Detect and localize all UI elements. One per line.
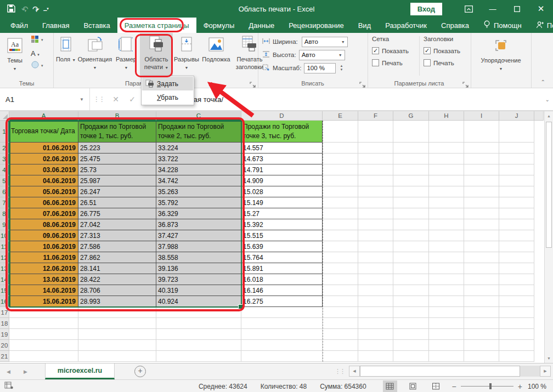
empty-cell[interactable] (393, 285, 429, 296)
table-header-cell[interactable]: Торговая точка/ Дата (9, 121, 78, 143)
empty-cell[interactable] (464, 197, 499, 208)
ribbon-display-options-icon[interactable] (456, 0, 481, 18)
empty-cell[interactable] (393, 121, 429, 143)
customize-qat-icon[interactable]: ▁▾ (43, 7, 49, 11)
status-average[interactable]: Среднее: 43624 (199, 383, 247, 390)
tab-insert[interactable]: Вставка (76, 18, 117, 33)
sign-in-button[interactable]: Вход (410, 3, 442, 15)
empty-cell[interactable] (323, 175, 358, 186)
empty-cell[interactable] (393, 186, 429, 197)
theme-fonts-button[interactable]: А ▾ (31, 49, 44, 58)
gridlines-show-checkbox[interactable]: ✓Показать (372, 47, 409, 54)
empty-cell[interactable] (464, 208, 499, 219)
empty-cell[interactable] (429, 230, 464, 241)
empty-cell[interactable] (429, 329, 464, 340)
date-cell[interactable]: 05.06.2019 (9, 186, 78, 197)
empty-cell[interactable] (499, 186, 534, 197)
empty-cell[interactable] (156, 329, 241, 340)
empty-cell[interactable] (156, 307, 241, 318)
empty-cell[interactable] (323, 318, 358, 329)
width-combobox[interactable]: Авто▼ (302, 37, 348, 47)
empty-cell[interactable] (358, 121, 393, 143)
maximize-button[interactable] (505, 0, 529, 18)
page-setup-dialog-launcher-icon[interactable] (250, 80, 256, 86)
selection-fill-handle[interactable] (238, 304, 243, 309)
empty-cell[interactable] (323, 252, 358, 263)
value-cell[interactable]: 15.27 (241, 208, 323, 219)
value-cell[interactable]: 38.558 (156, 252, 241, 263)
table-header-cell[interactable]: Продажи по Торговой точке 2, тыс. руб. (156, 121, 241, 143)
value-cell[interactable]: 26.247 (78, 186, 156, 197)
empty-cell[interactable] (358, 164, 393, 175)
splitter-grip[interactable]: ⋮⋮ (335, 368, 345, 375)
empty-cell[interactable] (241, 329, 323, 340)
row-header-8[interactable]: 8 (0, 208, 9, 219)
collapse-ribbon-icon[interactable]: ⌃ (541, 79, 545, 85)
scroll-up-icon[interactable]: ▲ (545, 111, 553, 121)
date-cell[interactable]: 10.06.2019 (9, 241, 78, 252)
row-header-18[interactable]: 18 (0, 318, 9, 329)
empty-cell[interactable] (393, 307, 429, 318)
empty-cell[interactable] (393, 318, 429, 329)
empty-cell[interactable] (323, 208, 358, 219)
empty-cell[interactable] (393, 143, 429, 154)
horizontal-scroll-thumb[interactable] (360, 366, 520, 377)
value-cell[interactable]: 34.228 (156, 164, 241, 175)
empty-cell[interactable] (358, 274, 393, 285)
date-cell[interactable]: 14.06.2019 (9, 285, 78, 296)
name-box-caret-icon[interactable]: ▼ (80, 97, 89, 102)
scroll-right-icon[interactable]: ▶ (540, 366, 551, 377)
undo-icon[interactable]: ↶▾ (21, 5, 26, 13)
empty-cell[interactable] (429, 318, 464, 329)
sheet-nav-next-icon[interactable]: ▶ (17, 363, 34, 379)
table-header-cell[interactable]: Продажи по Торговой точке 1, тыс. руб. (78, 121, 156, 143)
empty-cell[interactable] (499, 219, 534, 230)
empty-cell[interactable] (358, 285, 393, 296)
row-header-12[interactable]: 12 (0, 252, 9, 263)
value-cell[interactable]: 16.146 (241, 285, 323, 296)
value-cell[interactable]: 15.891 (241, 263, 323, 274)
empty-cell[interactable] (464, 175, 499, 186)
empty-cell[interactable] (464, 351, 499, 362)
scale-to-fit-dialog-launcher-icon[interactable] (359, 80, 365, 86)
value-cell[interactable]: 14.791 (241, 164, 323, 175)
empty-cell[interactable] (464, 143, 499, 154)
page-layout-view-button[interactable] (406, 380, 420, 392)
value-cell[interactable]: 15.639 (241, 241, 323, 252)
empty-cell[interactable] (393, 208, 429, 219)
empty-cell[interactable] (464, 121, 499, 143)
name-box[interactable]: A1 ▼ (0, 88, 90, 110)
row-header-2[interactable]: 2 (0, 143, 9, 154)
empty-cell[interactable] (429, 219, 464, 230)
tab-assistant[interactable]: Помощн (476, 18, 529, 33)
zoom-slider-thumb[interactable] (489, 383, 492, 389)
empty-cell[interactable] (393, 219, 429, 230)
menu-item-set[interactable]: Задать (142, 77, 193, 90)
empty-cell[interactable] (9, 340, 78, 351)
empty-cell[interactable] (429, 154, 464, 164)
empty-cell[interactable] (358, 307, 393, 318)
empty-cell[interactable] (429, 263, 464, 274)
theme-effects-button[interactable]: ▾ (31, 61, 44, 71)
empty-cell[interactable] (323, 164, 358, 175)
empty-cell[interactable] (393, 197, 429, 208)
empty-cell[interactable] (464, 230, 499, 241)
column-header-E[interactable]: E (323, 111, 358, 121)
headings-show-checkbox[interactable]: ✓Показать (424, 47, 460, 54)
empty-cell[interactable] (429, 164, 464, 175)
empty-cell[interactable] (323, 197, 358, 208)
scale-spinner[interactable]: 100 % (304, 63, 336, 73)
date-cell[interactable]: 04.06.2019 (9, 175, 78, 186)
empty-cell[interactable] (499, 274, 534, 285)
sheet-options-dialog-launcher-icon[interactable] (462, 80, 469, 86)
empty-cell[interactable] (358, 219, 393, 230)
value-cell[interactable]: 28.141 (78, 263, 156, 274)
close-button[interactable]: ✕ (529, 0, 553, 18)
row-header-11[interactable]: 11 (0, 241, 9, 252)
empty-cell[interactable] (323, 340, 358, 351)
empty-cell[interactable] (429, 143, 464, 154)
column-header-J[interactable]: J (499, 111, 534, 121)
empty-cell[interactable] (429, 340, 464, 351)
row-header-13[interactable]: 13 (0, 263, 9, 274)
empty-cell[interactable] (499, 121, 534, 143)
